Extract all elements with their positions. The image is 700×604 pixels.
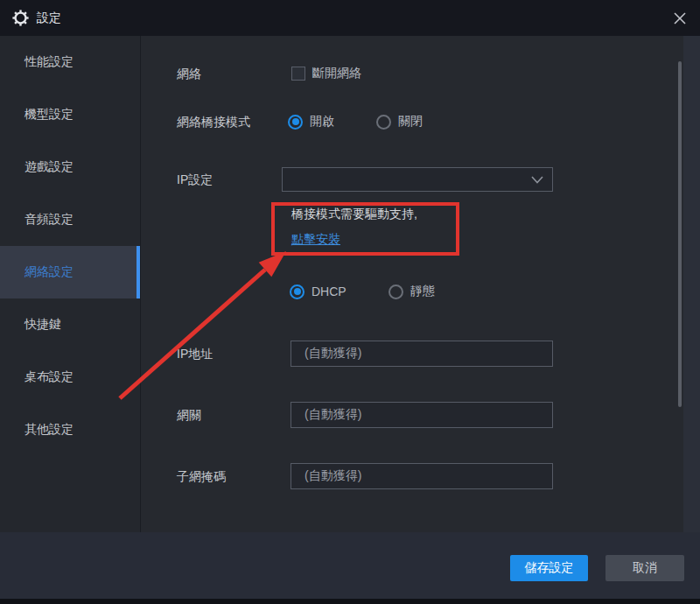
sidebar-item-label: 遊戲設定 <box>24 159 74 175</box>
sidebar-item-label: 音頻設定 <box>24 212 74 228</box>
window-bottom-edge <box>0 599 700 604</box>
sidebar-item-performance[interactable]: 性能設定 <box>0 36 140 88</box>
sidebar-item-label: 機型設定 <box>24 107 74 123</box>
static-radio[interactable] <box>388 284 403 299</box>
gateway-label: 網關 <box>177 408 201 424</box>
close-button[interactable] <box>668 7 691 30</box>
save-settings-button[interactable]: 儲存設定 <box>510 555 588 581</box>
sidebar-item-label: 快捷鍵 <box>24 317 61 333</box>
sidebar-item-network[interactable]: 網絡設定 <box>0 246 140 298</box>
sidebar-item-audio[interactable]: 音頻設定 <box>0 193 140 246</box>
sidebar-item-device-model[interactable]: 機型設定 <box>0 88 140 141</box>
ip-setting-label: IP設定 <box>177 172 213 188</box>
sidebar-item-other[interactable]: 其他設定 <box>0 404 140 456</box>
dhcp-label[interactable]: DHCP <box>312 284 346 298</box>
disconnect-network-checkbox[interactable] <box>291 67 305 81</box>
chevron-down-icon <box>531 176 543 184</box>
ip-address-label: IP地址 <box>177 347 213 362</box>
titlebar: 設定 <box>0 0 700 36</box>
sidebar-item-label: 桌布設定 <box>24 369 74 385</box>
ip-address-input[interactable]: (自動獲得) <box>290 341 553 367</box>
settings-sidebar: 性能設定 機型設定 遊戲設定 音頻設定 網絡設定 快捷鍵 桌布設定 其他設定 <box>0 36 141 532</box>
scrollbar-track <box>683 36 700 532</box>
subnet-mask-input[interactable]: (自動獲得) <box>290 463 553 489</box>
static-label[interactable]: 靜態 <box>410 284 435 299</box>
ip-address-placeholder: (自動獲得) <box>304 346 361 362</box>
disconnect-network-label[interactable]: 斷開網絡 <box>312 66 361 81</box>
ip-setting-dropdown[interactable] <box>282 167 553 192</box>
network-label: 網絡 <box>177 67 201 82</box>
sidebar-item-label: 其他設定 <box>24 422 74 438</box>
subnet-mask-placeholder: (自動獲得) <box>304 468 361 484</box>
cancel-button[interactable]: 取消 <box>606 555 684 581</box>
sidebar-item-label: 網絡設定 <box>24 264 74 280</box>
sidebar-item-wallpaper[interactable]: 桌布設定 <box>0 351 140 404</box>
bridge-on-radio[interactable] <box>288 115 303 130</box>
sidebar-item-shortcuts[interactable]: 快捷鍵 <box>0 298 140 351</box>
gateway-input[interactable]: (自動獲得) <box>290 402 553 428</box>
driver-hint-text: 橋接模式需要驅動支持, <box>291 207 417 222</box>
bridge-on-label[interactable]: 開啟 <box>310 114 334 130</box>
sidebar-item-label: 性能設定 <box>24 54 74 70</box>
bridge-off-label[interactable]: 關閉 <box>398 114 423 130</box>
sidebar-item-game[interactable]: 遊戲設定 <box>0 141 140 193</box>
close-icon <box>674 12 686 25</box>
gateway-placeholder: (自動獲得) <box>304 407 361 423</box>
dialog-footer: 儲存設定 取消 <box>0 532 700 599</box>
network-settings-panel: 網絡 斷開網絡 網絡橋接模式 開啟 關閉 IP設定 橋接模式需要驅動支持, 點擊… <box>142 36 700 532</box>
subnet-mask-label: 子網掩碼 <box>177 469 226 485</box>
scrollbar-thumb[interactable] <box>678 61 682 407</box>
gear-icon <box>12 10 29 26</box>
install-driver-link[interactable]: 點擊安裝 <box>291 232 340 248</box>
bridge-mode-label: 網絡橋接模式 <box>177 115 250 130</box>
dhcp-radio[interactable] <box>290 284 304 299</box>
bridge-off-radio[interactable] <box>376 115 391 130</box>
window-title: 設定 <box>37 11 61 26</box>
